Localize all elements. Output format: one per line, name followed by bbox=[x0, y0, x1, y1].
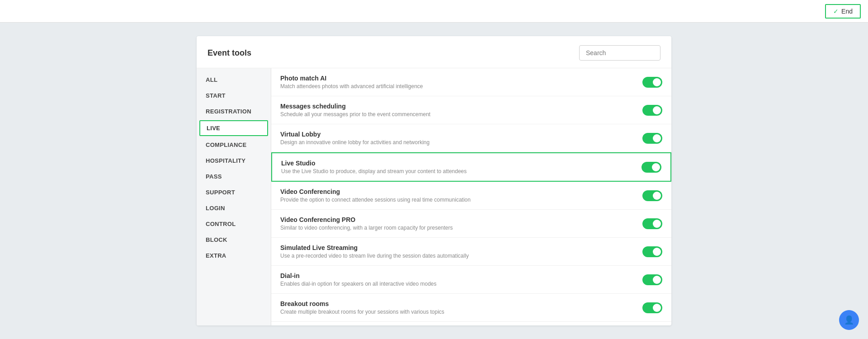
tool-item-virtual-lobby: Virtual LobbyDesign an innovative online… bbox=[271, 124, 671, 152]
toggle-wrap-video-conferencing bbox=[642, 190, 662, 201]
sidebar-item-all[interactable]: ALL bbox=[197, 72, 271, 88]
tool-name-photo-match-ai: Photo match AI bbox=[280, 75, 633, 82]
sidebar-item-control[interactable]: CONTROL bbox=[197, 216, 271, 232]
tool-info-live-studio: Live StudioUse the Live Studio to produc… bbox=[281, 160, 632, 174]
toggle-wrap-breakout-rooms bbox=[642, 302, 662, 313]
tools-list[interactable]: Photo match AIMatch attendees photos wit… bbox=[271, 68, 671, 325]
main-content: Event tools ALLSTARTREGISTRATIONLIVECOMP… bbox=[0, 23, 868, 339]
tool-info-video-conferencing-pro: Video Conferencing PROSimilar to video c… bbox=[280, 216, 633, 231]
search-wrap bbox=[579, 45, 660, 61]
tool-item-breakout-rooms: Breakout roomsCreate multiple breakout r… bbox=[271, 294, 671, 322]
avatar-icon: 👤 bbox=[844, 315, 854, 325]
toggle-wrap-messages-scheduling bbox=[642, 105, 662, 116]
panel-body: ALLSTARTREGISTRATIONLIVECOMPLIANCEHOSPIT… bbox=[197, 68, 671, 325]
tool-desc-video-conferencing-pro: Similar to video conferencing, with a la… bbox=[280, 225, 633, 231]
toggle-messages-scheduling[interactable] bbox=[642, 105, 662, 116]
toggle-slider-photo-match-ai bbox=[642, 77, 662, 88]
top-bar: ✓ End bbox=[0, 0, 868, 23]
tool-name-dial-in: Dial-in bbox=[280, 272, 633, 279]
tool-item-video-conferencing: Video ConferencingProvide the option to … bbox=[271, 182, 671, 210]
tool-info-video-conferencing: Video ConferencingProvide the option to … bbox=[280, 188, 633, 203]
tool-item-messages-scheduling: Messages schedulingSchedule all your mes… bbox=[271, 96, 671, 124]
tool-name-messages-scheduling: Messages scheduling bbox=[280, 103, 633, 110]
tool-info-simulated-live-streaming: Simulated Live StreamingUse a pre-record… bbox=[280, 244, 633, 259]
tool-desc-live-studio: Use the Live Studio to produce, display … bbox=[281, 168, 632, 174]
tool-desc-dial-in: Enables dial-in option for speakers on a… bbox=[280, 281, 633, 287]
toggle-photo-match-ai[interactable] bbox=[642, 77, 662, 88]
avatar-button[interactable]: 👤 bbox=[839, 310, 859, 330]
toggle-video-conferencing-pro[interactable] bbox=[642, 218, 662, 229]
toggle-dial-in[interactable] bbox=[642, 274, 662, 285]
tool-name-video-conferencing: Video Conferencing bbox=[280, 188, 633, 195]
toggle-slider-breakout-rooms bbox=[642, 302, 662, 313]
tool-name-virtual-lobby: Virtual Lobby bbox=[280, 131, 633, 138]
tool-desc-photo-match-ai: Match attendees photos with advanced art… bbox=[280, 83, 633, 89]
toggle-video-conferencing[interactable] bbox=[642, 190, 662, 201]
tool-name-video-conferencing-pro: Video Conferencing PRO bbox=[280, 216, 633, 223]
tool-desc-simulated-live-streaming: Use a pre-recorded video to stream live … bbox=[280, 253, 633, 259]
toggle-simulated-live-streaming[interactable] bbox=[642, 246, 662, 257]
toggle-wrap-virtual-lobby bbox=[642, 133, 662, 144]
tool-info-photo-match-ai: Photo match AIMatch attendees photos wit… bbox=[280, 75, 633, 89]
sidebar-item-pass[interactable]: PASS bbox=[197, 169, 271, 184]
toggle-slider-simulated-live-streaming bbox=[642, 246, 662, 257]
toggle-slider-messages-scheduling bbox=[642, 105, 662, 116]
end-button-label: End bbox=[841, 8, 853, 15]
tool-info-virtual-lobby: Virtual LobbyDesign an innovative online… bbox=[280, 131, 633, 146]
sidebar-item-support[interactable]: SUPPORT bbox=[197, 184, 271, 200]
tool-desc-virtual-lobby: Design an innovative online lobby for ac… bbox=[280, 139, 633, 146]
sidebar: ALLSTARTREGISTRATIONLIVECOMPLIANCEHOSPIT… bbox=[197, 68, 271, 325]
end-button[interactable]: ✓ End bbox=[825, 4, 861, 19]
check-icon: ✓ bbox=[833, 8, 839, 15]
tool-info-messages-scheduling: Messages schedulingSchedule all your mes… bbox=[280, 103, 633, 118]
toggle-wrap-simulated-live-streaming bbox=[642, 246, 662, 257]
toggle-wrap-dial-in bbox=[642, 274, 662, 285]
toggle-slider-live-studio bbox=[642, 162, 661, 173]
toggle-wrap-photo-match-ai bbox=[642, 77, 662, 88]
tool-item-video-conferencing-pro: Video Conferencing PROSimilar to video c… bbox=[271, 210, 671, 238]
sidebar-item-registration[interactable]: REGISTRATION bbox=[197, 104, 271, 119]
tool-desc-messages-scheduling: Schedule all your messages prior to the … bbox=[280, 111, 633, 118]
toggle-slider-virtual-lobby bbox=[642, 133, 662, 144]
toggle-slider-video-conferencing bbox=[642, 190, 662, 201]
panel-header: Event tools bbox=[197, 36, 671, 68]
toggle-wrap-video-conferencing-pro bbox=[642, 218, 662, 229]
sidebar-item-compliance[interactable]: COMPLIANCE bbox=[197, 137, 271, 153]
tool-name-breakout-rooms: Breakout rooms bbox=[280, 300, 633, 307]
sidebar-item-live[interactable]: LIVE bbox=[199, 120, 268, 136]
tool-desc-breakout-rooms: Create multiple breakout rooms for your … bbox=[280, 309, 633, 315]
sidebar-item-hospitality[interactable]: HOSPITALITY bbox=[197, 153, 271, 169]
sidebar-item-block[interactable]: BLOCK bbox=[197, 232, 271, 248]
sidebar-item-start[interactable]: START bbox=[197, 88, 271, 104]
tool-desc-video-conferencing: Provide the option to connect attendee s… bbox=[280, 197, 633, 203]
tool-item-live-studio: Live StudioUse the Live Studio to produc… bbox=[271, 152, 671, 182]
toggle-live-studio[interactable] bbox=[642, 162, 661, 173]
toggle-slider-dial-in bbox=[642, 274, 662, 285]
tool-info-breakout-rooms: Breakout roomsCreate multiple breakout r… bbox=[280, 300, 633, 315]
event-tools-panel: Event tools ALLSTARTREGISTRATIONLIVECOMP… bbox=[197, 36, 671, 325]
panel-title: Event tools bbox=[208, 48, 251, 58]
toggle-wrap-live-studio bbox=[642, 162, 661, 173]
toggle-slider-video-conferencing-pro bbox=[642, 218, 662, 229]
tool-info-dial-in: Dial-inEnables dial-in option for speake… bbox=[280, 272, 633, 287]
tool-item-photo-match-ai: Photo match AIMatch attendees photos wit… bbox=[271, 68, 671, 96]
tool-item-simulated-live-streaming: Simulated Live StreamingUse a pre-record… bbox=[271, 238, 671, 266]
tool-name-simulated-live-streaming: Simulated Live Streaming bbox=[280, 244, 633, 251]
toggle-breakout-rooms[interactable] bbox=[642, 302, 662, 313]
toggle-virtual-lobby[interactable] bbox=[642, 133, 662, 144]
sidebar-item-login[interactable]: LOGIN bbox=[197, 200, 271, 216]
tool-item-dial-in: Dial-inEnables dial-in option for speake… bbox=[271, 266, 671, 294]
tool-name-live-studio: Live Studio bbox=[281, 160, 632, 167]
search-input[interactable] bbox=[579, 45, 660, 61]
sidebar-item-extra[interactable]: EXTRA bbox=[197, 248, 271, 264]
